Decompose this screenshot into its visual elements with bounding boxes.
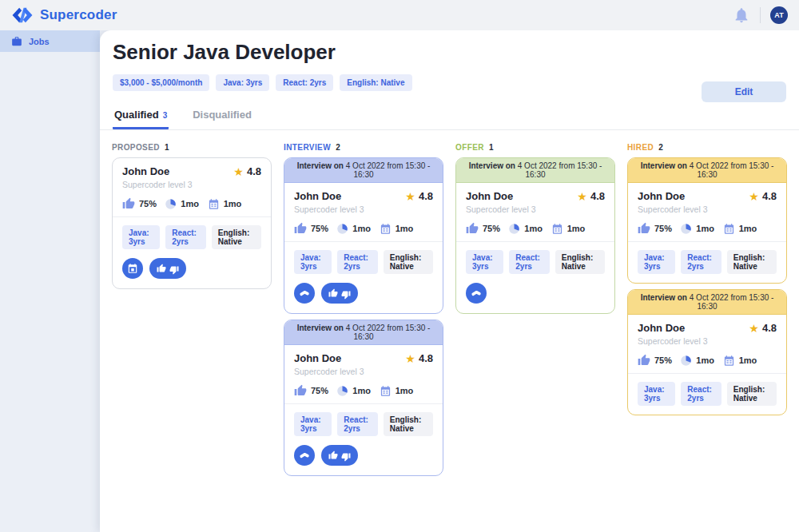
candidate-stats: 75% 1mo xyxy=(466,222,605,235)
candidate-card[interactable]: Interview on 4 Oct 2022 from 15:30 - 16:… xyxy=(284,157,443,314)
job-tag-english: English: Native xyxy=(340,74,411,91)
star-icon: ★ xyxy=(577,191,587,202)
rating-value: 4.8 xyxy=(590,190,605,202)
tab-disqualified-label: Disqualified xyxy=(193,109,252,121)
skill-pill: Java: 3yrs xyxy=(638,250,675,274)
job-tag-java: Java: 3yrs xyxy=(216,74,269,91)
pie-chart-icon xyxy=(680,223,692,235)
card-actions xyxy=(113,258,271,288)
candidate-subtitle: Supercoder level 3 xyxy=(294,204,364,214)
schedule-prefix: Interview on xyxy=(469,161,515,170)
column-count: 1 xyxy=(489,143,494,152)
rating-value: 4.8 xyxy=(247,165,261,177)
vote-button[interactable] xyxy=(149,258,186,279)
candidate-card[interactable]: John Doe Supercoder level 3 ★ 4.8 75% xyxy=(112,157,272,289)
thumbs-down-icon xyxy=(341,290,351,300)
code-logo-icon xyxy=(11,6,34,24)
candidate-name: John Doe xyxy=(638,190,708,202)
vote-button[interactable] xyxy=(321,445,358,466)
calendar-icon xyxy=(208,198,220,210)
column-cards: Interview on 4 Oct 2022 from 15:30 - 16:… xyxy=(284,157,443,476)
stat-value: 1mo xyxy=(352,386,371,395)
candidate-skills: Java: 3yrsReact: 2yrsEnglish: Native xyxy=(628,374,786,415)
candidate-card[interactable]: Interview on 4 Oct 2022 from 15:30 - 16:… xyxy=(284,320,443,476)
stat-value: 1mo xyxy=(224,199,242,208)
brand-logo[interactable]: Supercoder xyxy=(11,6,117,24)
candidate-subtitle: Supercoder level 3 xyxy=(122,180,193,189)
thumbs-up-icon xyxy=(328,288,338,298)
tab-disqualified[interactable]: Disqualified xyxy=(191,104,253,129)
thumb-up-icon xyxy=(466,222,479,235)
column-count: 2 xyxy=(658,143,663,152)
handshake-icon xyxy=(298,449,311,462)
topbar-divider xyxy=(760,7,761,23)
skill-pill: English: Native xyxy=(727,382,777,406)
rating-value: 4.8 xyxy=(419,190,433,202)
job-tag-salary: $3,000 - $5,000/month xyxy=(113,74,209,91)
column-cards: John Doe Supercoder level 3 ★ 4.8 75% xyxy=(112,157,272,289)
topbar: Supercoder AT xyxy=(0,0,799,30)
notifications-bell-icon[interactable] xyxy=(733,6,750,24)
candidate-card[interactable]: Interview on 4 Oct 2022 from 15:30 - 16:… xyxy=(627,289,787,415)
vote-button[interactable] xyxy=(321,283,358,304)
skill-pill: English: Native xyxy=(384,250,433,274)
column-label: INTERVIEW xyxy=(284,143,333,152)
handshake-button[interactable] xyxy=(466,283,487,304)
schedule-prefix: Interview on xyxy=(641,161,687,170)
page-title: Senior Java Developer xyxy=(100,40,799,65)
candidate-stats: 75% 1mo xyxy=(638,354,777,367)
tab-qualified[interactable]: Qualified 3 xyxy=(113,104,169,129)
column-label: HIRED xyxy=(627,143,656,152)
calendar-icon xyxy=(723,355,735,367)
stat-notice: 1mo xyxy=(551,223,594,235)
thumb-up-icon xyxy=(294,222,307,235)
pipeline-column-offer: OFFER 1 Interview on 4 Oct 2022 from 15:… xyxy=(455,143,615,476)
job-tags-row: $3,000 - $5,000/month Java: 3yrs React: … xyxy=(100,65,799,91)
candidate-rating: ★ 4.8 xyxy=(405,190,433,202)
stat-value: 1mo xyxy=(352,224,371,233)
column-count: 2 xyxy=(336,143,340,152)
pie-chart-icon xyxy=(508,223,520,235)
schedule-interview-button[interactable] xyxy=(122,258,143,279)
candidate-name: John Doe xyxy=(638,322,708,334)
pie-chart-icon xyxy=(336,385,348,397)
candidate-name: John Doe xyxy=(294,352,364,364)
schedule-text: 4 Oct 2022 from 15:30 - 16:30 xyxy=(515,161,602,179)
star-icon: ★ xyxy=(233,166,244,177)
stat-approval: 75% xyxy=(638,354,680,367)
stat-value: 75% xyxy=(654,355,672,365)
candidate-skills: Java: 3yrsReact: 2yrsEnglish: Native xyxy=(284,242,443,283)
edit-button[interactable]: Edit xyxy=(702,81,786,102)
interview-schedule: Interview on 4 Oct 2022 from 15:30 - 16:… xyxy=(628,290,786,315)
tab-qualified-label: Qualified xyxy=(114,109,159,121)
thumbs-up-icon xyxy=(157,264,166,273)
stat-approval: 75% xyxy=(638,222,680,235)
card-actions xyxy=(284,283,443,313)
handshake-button[interactable] xyxy=(294,445,315,466)
stat-approval: 75% xyxy=(294,384,336,397)
candidate-stats: 75% 1mo xyxy=(294,222,433,235)
user-avatar[interactable]: AT xyxy=(770,6,788,24)
candidate-card[interactable]: Interview on 4 Oct 2022 from 15:30 - 16:… xyxy=(627,157,787,284)
sidebar-item-jobs[interactable]: Jobs xyxy=(0,30,100,52)
candidate-stats: 75% 1mo xyxy=(122,197,261,210)
thumb-up-icon xyxy=(638,222,650,235)
candidate-subtitle: Supercoder level 3 xyxy=(638,336,708,346)
rating-value: 4.8 xyxy=(419,352,433,364)
candidate-card[interactable]: Interview on 4 Oct 2022 from 15:30 - 16:… xyxy=(455,157,615,314)
stat-value: 1mo xyxy=(181,199,199,208)
handshake-button[interactable] xyxy=(294,283,315,304)
candidate-stats: 75% 1mo xyxy=(294,384,433,397)
interview-schedule: Interview on 4 Oct 2022 from 15:30 - 16:… xyxy=(284,158,443,183)
interview-schedule: Interview on 4 Oct 2022 from 15:30 - 16:… xyxy=(456,158,614,183)
candidate-rating: ★ 4.8 xyxy=(749,190,777,202)
skill-pill: English: Native xyxy=(727,250,777,274)
candidate-subtitle: Supercoder level 3 xyxy=(294,367,364,376)
sidebar-item-label: Jobs xyxy=(29,37,50,46)
schedule-prefix: Interview on xyxy=(297,324,344,332)
brand-name: Supercoder xyxy=(40,7,117,23)
stat-availability: 1mo xyxy=(336,223,379,235)
thumbs-down-icon xyxy=(169,265,179,275)
thumb-up-icon xyxy=(638,354,650,367)
tabs-bar: Qualified 3 Disqualified xyxy=(100,104,799,130)
